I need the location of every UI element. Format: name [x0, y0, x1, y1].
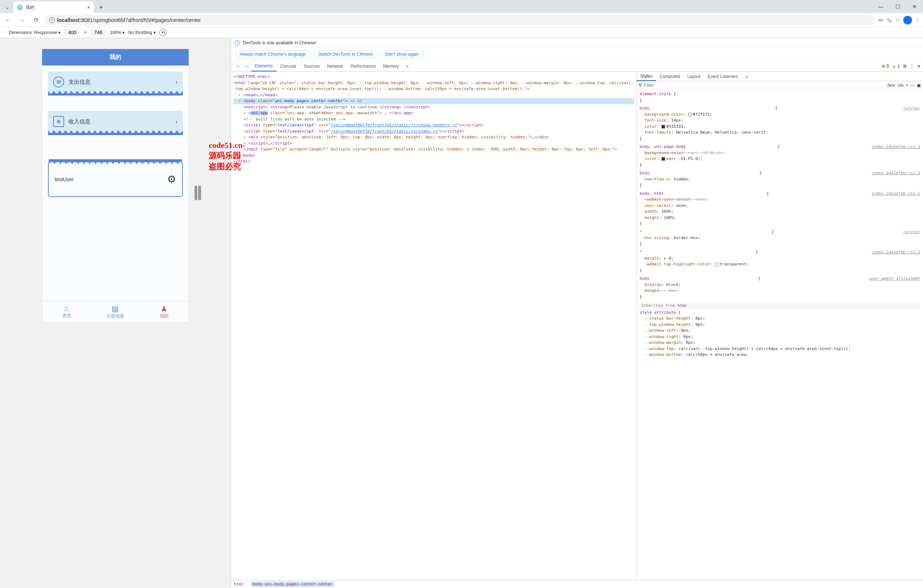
maximize-button[interactable]: ☐ — [889, 0, 906, 13]
mobile-tabbar: ⌂首页 ▤公告信息 ♟我的 — [42, 301, 189, 322]
cls-button[interactable]: .cls — [897, 83, 903, 88]
close-tab-icon[interactable]: × — [87, 4, 90, 10]
zoom-icon[interactable]: 🔍 — [886, 18, 892, 23]
gear-icon[interactable]: ⚙ — [167, 173, 176, 185]
url-actions: ⊶ 🔍 ☆ 👤 ⋮ — [878, 16, 920, 25]
inspect-icon[interactable]: ⟐ — [233, 64, 242, 69]
device-icon[interactable]: ▭ — [911, 83, 915, 88]
styles-rules[interactable]: element.style {} body {<style> backgroun… — [637, 90, 923, 580]
switch-chinese-button[interactable]: Switch DevTools to Chinese — [314, 50, 378, 58]
card-label: 支出信息 — [69, 79, 90, 86]
window-controls: — ☐ ✕ — [872, 0, 923, 13]
rotate-icon[interactable]: ⟲ — [159, 29, 167, 36]
chevron-right-icon: › — [176, 79, 177, 86]
back-button[interactable]: ← — [3, 15, 13, 25]
warning-count[interactable]: ▲ 1 — [892, 64, 900, 69]
expand-icon[interactable]: ▣ — [917, 83, 921, 88]
browser-toolbar: ← → ⟳ i localhost:8081/springboot6bf7d/f… — [0, 13, 923, 27]
styles-pane: Styles Computed Layout Event Listeners »… — [636, 72, 923, 580]
minimize-button[interactable]: — — [872, 0, 889, 13]
bookmark-icon[interactable]: ☆ — [895, 18, 900, 23]
income-info-card[interactable]: ⊞ 收入信息 › — [48, 111, 183, 132]
browser-titlebar: ⌄ 🌐 我的 × + — ☐ ✕ — [0, 0, 923, 13]
tab-network[interactable]: Network — [324, 61, 347, 71]
tab-console[interactable]: Console — [276, 61, 300, 71]
tab-memory[interactable]: Memory — [379, 61, 402, 71]
device-preview-pane: 我的 ☏ 支出信息 › ⊞ 收入信息 › testUser ⚙ ⌂首页 — [0, 38, 231, 588]
home-icon: ⌂ — [42, 304, 91, 313]
news-icon: ▤ — [91, 304, 140, 313]
elements-dom-tree[interactable]: <!DOCTYPE html> <html lang="zh-CN" style… — [231, 72, 636, 580]
mobile-viewport: 我的 ☏ 支出信息 › ⊞ 收入信息 › testUser ⚙ ⌂首页 — [42, 49, 189, 322]
close-window-button[interactable]: ✕ — [906, 0, 923, 13]
address-bar[interactable]: i localhost:8081/springboot6bf7d/front/h… — [45, 15, 875, 25]
device-height-input[interactable] — [90, 29, 106, 36]
hov-button[interactable]: :hov — [886, 83, 895, 88]
chrome-menu-icon[interactable]: ⋮ — [916, 18, 920, 23]
profile-avatar[interactable]: 👤 — [903, 16, 912, 25]
globe-icon: 🌐 — [17, 4, 23, 10]
tab-styles[interactable]: Styles — [637, 72, 656, 81]
banner-text: DevTools is now available in Chinese! — [243, 40, 317, 46]
user-icon: ♟ — [140, 304, 189, 313]
dont-show-again-button[interactable]: Don't show again — [381, 50, 424, 58]
styles-tabs: Styles Computed Layout Event Listeners » — [637, 72, 923, 81]
reload-button[interactable]: ⟳ — [31, 15, 41, 25]
main-split: 我的 ☏ 支出信息 › ⊞ 收入信息 › testUser ⚙ ⌂首页 — [0, 38, 923, 588]
tab-sources[interactable]: Sources — [300, 61, 324, 71]
styles-filter-bar: ∇ :hov .cls + ▭ ▣ — [637, 81, 923, 90]
tab-event-listeners[interactable]: Event Listeners — [704, 72, 742, 81]
password-icon[interactable]: ⊶ — [878, 18, 883, 23]
error-count[interactable]: ⊗ 5 — [882, 64, 889, 69]
dimensions-dropdown[interactable]: Dimensions: Responsive ▾ — [9, 30, 61, 35]
new-tab-button[interactable]: + — [96, 2, 106, 12]
styles-filter-input[interactable] — [644, 83, 884, 88]
filter-icon: ∇ — [639, 83, 642, 88]
mobile-content: ☏ 支出信息 › ⊞ 收入信息 › testUser ⚙ — [42, 66, 189, 301]
elements-breadcrumb[interactable]: html body.uni-body.pages-center-center — [231, 580, 923, 588]
tab-title: 我的 — [26, 4, 34, 11]
tab-list-dropdown[interactable]: ⌄ — [3, 3, 12, 12]
devtools-tabs: ⟐ ▭ Elements Console Sources Network Per… — [231, 61, 923, 72]
settings-icon[interactable]: ⚙ — [903, 64, 907, 69]
tab-elements[interactable]: Elements — [251, 61, 276, 71]
forward-button[interactable]: → — [17, 15, 27, 25]
zoom-dropdown[interactable]: 100% ▾ — [110, 30, 125, 35]
phone-icon: ☏ — [53, 77, 64, 87]
grid-icon: ⊞ — [53, 116, 64, 127]
devtools-panel: i DevTools is now available in Chinese! … — [231, 38, 923, 588]
devtools-menu-icon[interactable]: ⋮ — [910, 64, 914, 69]
device-width-input[interactable] — [64, 29, 80, 36]
browser-tab[interactable]: 🌐 我的 × — [13, 2, 94, 13]
site-info-icon[interactable]: i — [49, 17, 55, 23]
throttling-dropdown[interactable]: No throttling ▾ — [128, 30, 155, 35]
new-style-rule-icon[interactable]: + — [906, 83, 908, 88]
resize-handle[interactable] — [194, 186, 197, 200]
tab-performance[interactable]: Performance — [347, 61, 379, 71]
device-toolbar: Dimensions: Responsive ▾ × 100% ▾ No thr… — [0, 27, 923, 38]
more-styles-tabs-icon[interactable]: » — [742, 72, 752, 81]
more-tabs-icon[interactable]: » — [402, 61, 412, 71]
tabbar-mine[interactable]: ♟我的 — [140, 301, 189, 322]
close-devtools-icon[interactable]: ✕ — [917, 64, 921, 69]
expense-info-card[interactable]: ☏ 支出信息 › — [48, 71, 183, 93]
match-language-button[interactable]: Always match Chrome's language — [235, 50, 310, 58]
username-label: testUser — [54, 177, 74, 182]
devtools-banner: i DevTools is now available in Chinese! — [231, 38, 923, 48]
tab-computed[interactable]: Computed — [656, 72, 683, 81]
device-toggle-icon[interactable]: ▭ — [242, 64, 251, 69]
tabbar-notice[interactable]: ▤公告信息 — [91, 301, 140, 322]
tab-layout[interactable]: Layout — [683, 72, 704, 81]
page-title: 我的 — [42, 49, 189, 66]
info-icon: i — [235, 40, 240, 46]
tabbar-home[interactable]: ⌂首页 — [42, 301, 91, 322]
card-label: 收入信息 — [69, 118, 90, 125]
devtools-banner-buttons: Always match Chrome's language Switch De… — [231, 48, 923, 61]
user-card[interactable]: testUser ⚙ — [48, 162, 183, 197]
chevron-right-icon: › — [176, 118, 177, 126]
